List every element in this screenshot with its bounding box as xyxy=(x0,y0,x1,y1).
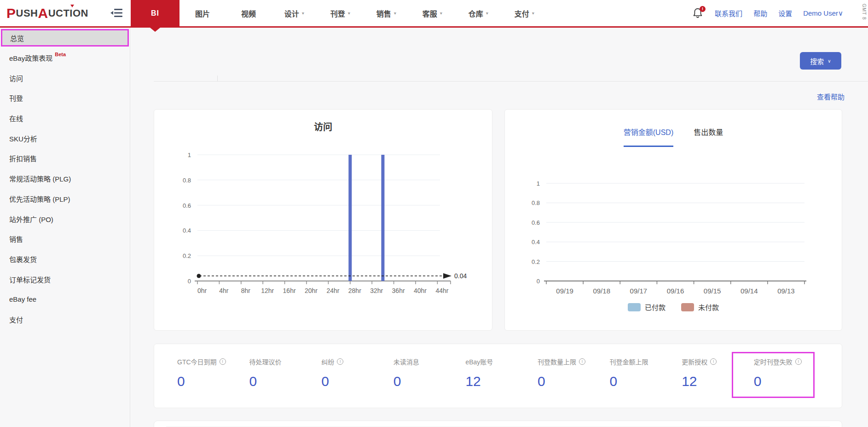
stat-纠纷: 纠纷!0 xyxy=(321,357,393,408)
sidebar-item-包裹发货[interactable]: 包裹发货 xyxy=(0,249,130,269)
chevron-down-icon: ∨ xyxy=(486,12,489,15)
sidebar-collapse-icon[interactable] xyxy=(110,7,122,18)
sidebar-item-在线[interactable]: 在线 xyxy=(0,108,130,129)
sidebar-item-刊登[interactable]: 刊登 xyxy=(0,88,130,108)
sidebar-item-label: 支付 xyxy=(9,315,23,324)
visits-bar-chart: 00.20.40.60.810hr4hr8hr12hr16hr20hr24hr2… xyxy=(154,110,493,331)
sales-chart-card: 营销金额(USD)售出数量 00.20.40.60.8109/1909/1809… xyxy=(504,109,842,331)
app-logo[interactable]: PUSHAUCTION xyxy=(6,0,88,26)
nav-item-视频[interactable]: 视频 xyxy=(226,0,272,26)
svg-text:20hr: 20hr xyxy=(305,287,318,294)
svg-text:09/16: 09/16 xyxy=(667,287,684,295)
legend-label: 未付款 xyxy=(698,302,719,312)
svg-text:0hr: 0hr xyxy=(197,287,207,294)
sidebar-item-折扣销售[interactable]: 折扣销售 xyxy=(0,148,130,169)
sidebar-item-优先活动策略 (PLP)[interactable]: 优先活动策略 (PLP) xyxy=(0,189,130,209)
stat-label-text: GTC今日到期 xyxy=(177,357,217,366)
stat-更新授权: 更新授权!12 xyxy=(682,357,754,408)
sidebar-item-label: 访问 xyxy=(9,73,23,83)
nav-item-label: 视频 xyxy=(241,8,256,19)
notifications-bell-icon[interactable]: ! xyxy=(693,7,704,19)
svg-text:09/15: 09/15 xyxy=(704,287,721,295)
main-nav: BI图片视频设计∨刊登∨销售∨客服∨仓库∨支付∨ xyxy=(131,0,548,26)
sidebar-item-站外推广 (PO)[interactable]: 站外推广 (PO) xyxy=(0,209,130,229)
sidebar-item-支付[interactable]: 支付 xyxy=(0,310,130,330)
info-icon[interactable]: ! xyxy=(579,358,585,365)
legend-label: 已付款 xyxy=(645,302,665,312)
nav-item-客服[interactable]: 客服∨ xyxy=(410,0,456,26)
sidebar-item-SKU分析[interactable]: SKU分析 xyxy=(0,128,130,148)
header-accent-line xyxy=(0,26,868,28)
sidebar-item-label: 在线 xyxy=(9,113,23,123)
stat-label: GTC今日到期! xyxy=(177,357,249,366)
view-help-link[interactable]: 查看帮助 xyxy=(817,92,845,101)
beta-badge: Beta xyxy=(55,52,66,57)
svg-text:0.4: 0.4 xyxy=(532,239,540,246)
stat-label-text: eBay账号 xyxy=(465,357,493,366)
svg-text:0.8: 0.8 xyxy=(183,177,191,184)
nav-item-图片[interactable]: 图片 xyxy=(179,0,226,26)
sidebar-item-销售[interactable]: 销售 xyxy=(0,229,130,249)
sidebar-item-常规活动策略 (PLG)[interactable]: 常规活动策略 (PLG) xyxy=(0,169,130,189)
info-icon[interactable]: ! xyxy=(795,358,802,365)
svg-text:24hr: 24hr xyxy=(326,287,339,294)
nav-item-销售[interactable]: 销售∨ xyxy=(364,0,410,26)
stat-label-text: 未读消息 xyxy=(393,357,419,366)
nav-item-label: 刊登 xyxy=(330,8,345,19)
stat-value: 0 xyxy=(754,374,826,389)
svg-text:09/18: 09/18 xyxy=(593,287,610,295)
stat-label: 未读消息 xyxy=(393,357,466,366)
stat-定时刊登失败: 定时刊登失败!0 xyxy=(754,357,826,408)
search-button[interactable]: 搜索 ∨ xyxy=(800,52,841,70)
stat-label: 更新授权! xyxy=(682,357,754,366)
stat-value: 0 xyxy=(538,374,610,389)
sidebar-item-label: 站外推广 (PO) xyxy=(9,214,53,224)
nav-item-支付[interactable]: 支付∨ xyxy=(502,0,548,26)
header-link-帮助[interactable]: 帮助 xyxy=(753,8,767,18)
nav-item-BI[interactable]: BI xyxy=(131,0,179,26)
sidebar-item-eBay政策表现[interactable]: eBay政策表现Beta xyxy=(0,48,130,68)
sidebar-item-访问[interactable]: 访问 xyxy=(0,68,130,88)
header-link-联系我们[interactable]: 联系我们 xyxy=(715,8,742,18)
stat-未读消息: 未读消息0 xyxy=(393,357,466,408)
header-link-label: 帮助 xyxy=(753,8,767,18)
info-icon[interactable]: ! xyxy=(220,358,226,365)
svg-text:09/13: 09/13 xyxy=(777,287,795,295)
nav-item-label: 客服 xyxy=(422,8,437,19)
sidebar-item-eBay fee[interactable]: eBay fee xyxy=(0,289,130,310)
sidebar-item-订单标记发货[interactable]: 订单标记发货 xyxy=(0,269,130,289)
legend-swatch xyxy=(628,303,641,311)
stat-value: 0 xyxy=(321,374,393,389)
svg-text:28hr: 28hr xyxy=(348,287,361,294)
top-header: PUSHAUCTION BI图片视频设计∨刊登∨销售∨客服∨仓库∨支付∨ ! 联… xyxy=(0,0,868,26)
svg-text:0.4: 0.4 xyxy=(183,227,191,234)
stat-label-text: 刊登数量上限 xyxy=(538,357,576,366)
nav-item-仓库[interactable]: 仓库∨ xyxy=(456,0,502,26)
info-icon[interactable]: ! xyxy=(337,358,343,365)
chevron-down-icon: ∨ xyxy=(440,12,443,15)
info-icon[interactable]: ! xyxy=(710,358,717,365)
legend-item-已付款[interactable]: 已付款 xyxy=(628,302,665,312)
stat-label: 定时刊登失败! xyxy=(754,357,826,366)
stat-label: 刊登金额上限 xyxy=(610,357,682,366)
sidebar-item-总览[interactable]: 总览 xyxy=(1,29,129,47)
svg-text:0.8: 0.8 xyxy=(532,199,540,206)
legend-item-未付款[interactable]: 未付款 xyxy=(681,302,719,312)
svg-text:1: 1 xyxy=(188,152,191,158)
chevron-down-icon: ∨ xyxy=(838,9,843,18)
svg-text:12hr: 12hr xyxy=(261,287,274,294)
stat-value: 12 xyxy=(682,374,754,389)
user-menu[interactable]: Demo User∨ xyxy=(803,9,843,18)
nav-item-刊登[interactable]: 刊登∨ xyxy=(318,0,364,26)
nav-item-label: 图片 xyxy=(195,8,210,19)
header-link-设置[interactable]: 设置 xyxy=(778,8,792,18)
stat-label: 纠纷! xyxy=(321,357,393,366)
stat-GTC今日到期: GTC今日到期!0 xyxy=(177,357,249,408)
sidebar-item-label: 包裹发货 xyxy=(9,254,37,264)
header-link-label: Demo User xyxy=(803,9,838,17)
stat-刊登数量上限: 刊登数量上限!0 xyxy=(538,357,610,408)
stat-label: 待处理议价 xyxy=(249,357,322,366)
logo-text: P xyxy=(6,6,16,21)
nav-item-设计[interactable]: 设计∨ xyxy=(272,0,318,26)
sidebar-item-label: eBay政策表现 xyxy=(9,53,52,63)
